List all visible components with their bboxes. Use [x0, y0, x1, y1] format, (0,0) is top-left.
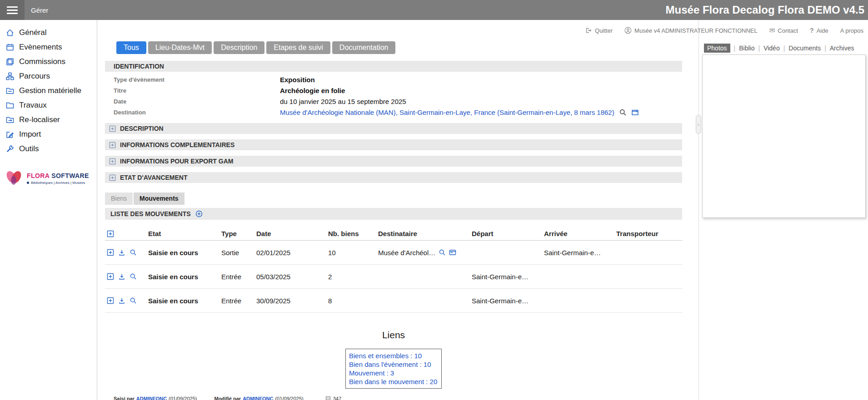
tab-etapes-de-suivi[interactable]: Etapes de suivi [266, 41, 330, 54]
download-icon[interactable] [118, 297, 125, 304]
table-row: Saisie en cours Entrée 05/03/2025 2 Sain… [105, 265, 682, 289]
modifie-par-date: (01/09/2025) [275, 396, 303, 400]
col-depart: Départ [472, 230, 544, 237]
sitemap-icon [5, 72, 15, 81]
open-record-icon[interactable] [631, 109, 639, 116]
contact-button[interactable]: ✉ Contact [769, 26, 798, 35]
identification-header: IDENTIFICATION [105, 61, 682, 72]
aide-button[interactable]: ? Aide [810, 27, 828, 34]
home-icon [5, 28, 15, 37]
cell-arrivee: Saint-Germain-e… [544, 249, 616, 257]
wrench-icon [5, 144, 15, 153]
expand-row-icon[interactable] [107, 249, 114, 256]
envelope-icon: ✉ [769, 26, 775, 35]
add-row-icon[interactable] [107, 230, 114, 237]
media-tab-documents[interactable]: Documents [788, 44, 821, 52]
media-tab-separator: | [783, 44, 785, 52]
expand-plus-icon[interactable] [109, 125, 116, 132]
lien-mouvement[interactable]: Mouvement : 3 [349, 369, 438, 377]
panel-divider [698, 20, 699, 400]
download-icon[interactable] [118, 249, 125, 256]
expand-plus-icon[interactable] [109, 158, 116, 165]
folder-move-icon [5, 115, 15, 124]
lien-bien-dans-evenement[interactable]: Bien dans l'évènement : 10 [349, 360, 438, 369]
expand-row-icon[interactable] [107, 297, 114, 304]
liste-mouvements-title: LISTE DES MOUVEMENTS [110, 210, 191, 217]
top-bar: Gérer Musée Flora Decalog Flora DEMO v4.… [0, 0, 868, 20]
lien-biens-et-ensembles[interactable]: Biens et ensembles : 10 [349, 351, 438, 360]
sidebar-item-import[interactable]: Import [0, 127, 97, 142]
current-user[interactable]: Musée v4 ADMINISTRATEUR FONCTIONNEL [624, 27, 758, 34]
folder-icon [5, 101, 15, 110]
col-transporteur: Transporteur [616, 230, 682, 237]
section-informations-export-gam[interactable]: INFORMATIONS POUR EXPORT GAM [105, 156, 682, 167]
expand-plus-icon[interactable] [109, 142, 116, 148]
record-card-icon[interactable] [449, 249, 456, 256]
edit-icon [5, 130, 15, 139]
app-title: Musée Flora Decalog Flora DEMO v4.5 [666, 4, 864, 16]
tab-lieu-dates-mvt[interactable]: Lieu-Dates-Mvt [148, 41, 212, 54]
media-tab-photos[interactable]: Photos [704, 44, 730, 53]
sidebar-item-relocaliser[interactable]: Re-localiser [0, 113, 97, 127]
sidebar-item-evenements[interactable]: Evènements [0, 40, 97, 54]
media-tab-archives[interactable]: Archives [830, 44, 854, 52]
menu-label[interactable]: Gérer [31, 6, 48, 14]
sidebar-item-label: Gestion matérielle [19, 86, 81, 95]
sidebar-item-travaux[interactable]: Travaux [0, 98, 97, 113]
flora-logo-icon [5, 168, 24, 189]
search-icon[interactable] [130, 249, 137, 256]
flora-software-logo: FLORASOFTWARE Bibliothèques | Archives |… [5, 168, 97, 189]
saisi-par-user-link[interactable]: ADMINFONC [136, 396, 167, 400]
cell-date: 05/03/2025 [256, 273, 328, 281]
col-type: Type [221, 230, 256, 237]
hamburger-menu-button[interactable] [0, 0, 25, 20]
sidebar-item-label: Travaux [19, 101, 47, 110]
search-icon[interactable] [130, 273, 137, 280]
tab-description[interactable]: Description [214, 41, 264, 54]
cell-nb-biens: 10 [328, 249, 378, 257]
a-propos-button[interactable]: A propos [840, 27, 863, 34]
search-icon[interactable] [130, 297, 137, 304]
media-tab-biblio[interactable]: Biblio [739, 44, 754, 52]
sidebar-item-parcours[interactable]: Parcours [0, 69, 97, 84]
sidebar: Général Evènements Commissions Parcours … [0, 20, 97, 400]
subtab-mouvements[interactable]: Mouvements [134, 193, 185, 205]
table-row: Saisie en cours Sortie 02/01/2025 10 Mus… [105, 241, 682, 265]
lien-bien-dans-mouvement[interactable]: Bien dans le mouvement : 20 [349, 377, 438, 386]
expand-row-icon[interactable] [107, 273, 114, 280]
sidebar-item-commissions[interactable]: Commissions [0, 54, 97, 69]
destination-link[interactable]: Musée d'Archéologie Nationale (MAN), Sai… [280, 109, 614, 116]
saisi-par-label: Saisi par [114, 396, 135, 400]
logo-dot-icon [27, 182, 29, 184]
sidebar-item-outils[interactable]: Outils [0, 142, 97, 156]
tab-documentation[interactable]: Documentation [332, 41, 396, 54]
record-footer: Saisi par ADMINFONC (01/09/2025) Modifié… [105, 396, 682, 400]
section-description[interactable]: DESCRIPTION [105, 123, 682, 134]
tab-tous[interactable]: Tous [116, 41, 146, 54]
sidebar-item-gestion-materielle[interactable]: Gestion matérielle [0, 84, 97, 98]
record-content: Tous Lieu-Dates-Mvt Description Etapes d… [105, 20, 682, 400]
liste-mouvements-header: LISTE DES MOUVEMENTS [105, 208, 682, 220]
liens-title: Liens [105, 330, 682, 341]
panel-collapse-handle[interactable]: ‹ [696, 115, 701, 134]
search-icon[interactable] [619, 109, 627, 116]
section-label: ETAT D'AVANCEMENT [120, 174, 188, 181]
section-label: DESCRIPTION [120, 125, 164, 132]
subtab-biens[interactable]: Biens [105, 193, 133, 205]
expand-plus-icon[interactable] [109, 174, 116, 181]
sidebar-item-label: Outils [19, 144, 39, 153]
media-tab-video[interactable]: Vidéo [763, 44, 780, 52]
media-tabs: Photos | Biblio | Vidéo | Documents | Ar… [704, 44, 854, 53]
cell-type: Sortie [221, 249, 256, 257]
search-icon[interactable] [439, 249, 446, 256]
modifie-par-user-link[interactable]: ADMINFONC [243, 396, 273, 400]
download-icon[interactable] [118, 273, 125, 280]
section-informations-complementaires[interactable]: INFORMATIONS COMPLEMENTAIRES [105, 139, 682, 150]
quitter-button[interactable]: Quitter [585, 27, 613, 34]
hamburger-icon [7, 5, 18, 16]
field-value: du 10 janvier 2025 au 15 septembre 2025 [280, 98, 682, 105]
copy-icon [5, 57, 15, 66]
section-etat-avancement[interactable]: ETAT D'AVANCEMENT [105, 172, 682, 183]
sidebar-item-general[interactable]: Général [0, 25, 97, 40]
add-movement-icon[interactable] [195, 210, 203, 217]
